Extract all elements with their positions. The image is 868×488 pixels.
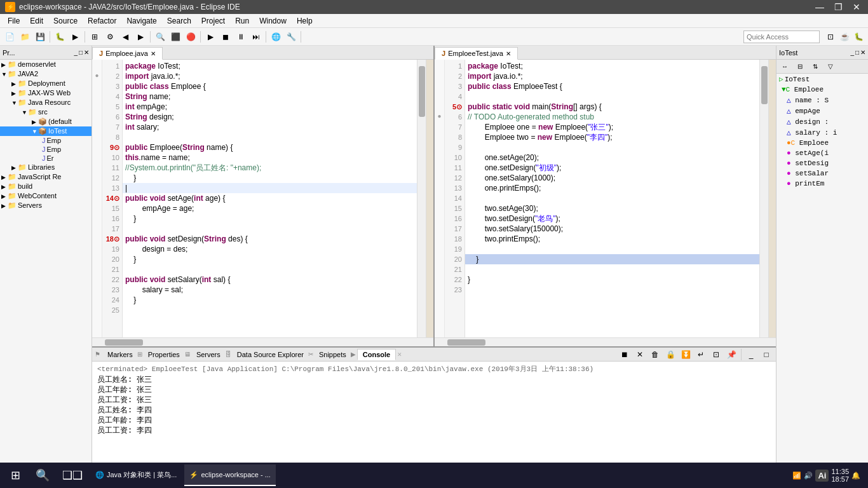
tree-item-demoservlet[interactable]: ▶📁demoservlet: [0, 60, 92, 69]
menu-refactor[interactable]: Refactor: [83, 15, 121, 27]
task-search-btn[interactable]: 🔍: [31, 464, 55, 487]
menu-help[interactable]: Help: [292, 15, 318, 27]
menu-file[interactable]: File: [3, 15, 25, 27]
left-editor-scrollbar[interactable]: [417, 60, 426, 337]
menu-run[interactable]: Run: [230, 15, 254, 27]
tree-item-javasrc[interactable]: ▼📁Java Resourc: [0, 98, 92, 107]
right-horiz-thumb[interactable]: [447, 339, 485, 346]
console-word-wrap-btn[interactable]: ↵: [694, 348, 708, 362]
outline-sort-btn[interactable]: ⇅: [808, 60, 822, 74]
tab-emploee-java[interactable]: J Emploee.java ✕: [92, 47, 163, 60]
console-pin-btn[interactable]: 📌: [724, 348, 738, 362]
pkg-minimize-button[interactable]: _: [74, 49, 78, 56]
console-close-tab[interactable]: ✕: [397, 351, 402, 358]
console-scroll-lock-btn[interactable]: 🔒: [663, 348, 677, 362]
tab-markers[interactable]: Markers: [103, 349, 137, 360]
tab-snippets[interactable]: Snippets: [315, 349, 351, 360]
tab-servers[interactable]: Servers: [192, 349, 225, 360]
tree-item-er[interactable]: JEr: [0, 154, 92, 163]
toolbar-btn-10[interactable]: ◼: [219, 30, 233, 44]
outline-emploee-class[interactable]: ▷IoTest: [776, 74, 868, 85]
tree-item-build[interactable]: ▶📁build: [0, 182, 92, 191]
perspective-button[interactable]: ⊞: [88, 30, 102, 44]
right-scrollbar-thumb[interactable]: [761, 66, 768, 104]
close-button[interactable]: ✕: [850, 2, 863, 12]
console-remove-btn[interactable]: ✕: [633, 348, 647, 362]
tree-item-jaxws[interactable]: ▶📁JAX-WS Web: [0, 88, 92, 98]
new-button[interactable]: 📄: [3, 30, 17, 44]
outline-field-design[interactable]: △ design :: [776, 116, 868, 127]
toolbar-btn-13[interactable]: 🌐: [269, 30, 283, 44]
menu-window[interactable]: Window: [254, 15, 292, 27]
tree-item-libraries[interactable]: ▶📁Libraries: [0, 163, 92, 172]
console-scroll-end-btn[interactable]: ⏬: [679, 348, 693, 362]
tab-properties[interactable]: Properties: [144, 349, 184, 360]
outline-field-empage[interactable]: △ empAge: [776, 105, 868, 116]
start-button[interactable]: ⊞: [3, 464, 28, 487]
left-horiz-thumb[interactable]: [105, 339, 143, 346]
java-perspective[interactable]: ☕: [837, 30, 851, 44]
open-button[interactable]: 📁: [18, 30, 32, 44]
tree-item-iotest[interactable]: ▼📦IoTest: [0, 126, 92, 136]
outline-filter-btn[interactable]: ▽: [824, 60, 837, 74]
outline-method-printemps[interactable]: ● printEm: [776, 179, 868, 189]
left-scrollbar-thumb[interactable]: [419, 66, 425, 117]
run-button[interactable]: ▶: [68, 30, 82, 44]
tree-item-java2[interactable]: ▼📁JAVA2: [0, 69, 92, 79]
outline-minimize-btn[interactable]: _: [850, 49, 854, 56]
ai-label[interactable]: Ai: [815, 470, 829, 482]
outline-close-btn[interactable]: ✕: [860, 49, 865, 56]
outline-field-name[interactable]: △ name : S: [776, 95, 868, 105]
toolbar-btn-14[interactable]: 🔧: [284, 30, 298, 44]
menu-edit[interactable]: Edit: [25, 15, 48, 27]
toolbar-btn-9[interactable]: ▶: [203, 30, 217, 44]
console-stop-btn[interactable]: ⏹: [618, 348, 632, 362]
debug-button[interactable]: 🐛: [53, 30, 67, 44]
outline-emploee-expand[interactable]: ▼C Emploee: [776, 85, 868, 95]
pkg-close-button[interactable]: ✕: [84, 49, 89, 56]
console-clear-btn[interactable]: 🗑: [648, 348, 662, 362]
maximize-button[interactable]: ❐: [832, 2, 845, 12]
menu-search[interactable]: Search: [162, 15, 196, 27]
outline-method-setsalary[interactable]: ● setSalar: [776, 168, 868, 179]
console-open-console-btn[interactable]: ⊡: [709, 348, 723, 362]
outline-method-setage[interactable]: ● setAge(i: [776, 148, 868, 158]
pkg-maximize-button[interactable]: □: [79, 49, 83, 56]
minimize-button[interactable]: —: [813, 2, 827, 12]
outline-method-setdesign[interactable]: ● setDesig: [776, 158, 868, 168]
outline-field-salary[interactable]: △ salary : i: [776, 127, 868, 138]
menu-project[interactable]: Project: [196, 15, 230, 27]
taskbar-item-browser[interactable]: 🌐 Java 对象和类 | 菜鸟...: [90, 464, 182, 486]
quick-access-input[interactable]: [743, 30, 820, 43]
toolbar-btn-6[interactable]: 🔍: [153, 30, 167, 44]
outline-sync-btn[interactable]: ↔: [778, 60, 792, 74]
outline-collapse-btn[interactable]: ⊟: [793, 60, 807, 74]
tree-item-emp1[interactable]: JEmp: [0, 136, 92, 145]
toolbar-btn-3[interactable]: ⚙: [103, 30, 117, 44]
save-button[interactable]: 💾: [33, 30, 47, 44]
menu-source[interactable]: Source: [48, 15, 83, 27]
right-editor-scrollbar[interactable]: [759, 60, 768, 337]
tree-item-default[interactable]: ▶📦(default: [0, 117, 92, 126]
right-horiz-scroll[interactable]: [435, 337, 776, 346]
toolbar-btn-8[interactable]: 🔴: [184, 30, 198, 44]
menu-navigate[interactable]: Navigate: [121, 15, 161, 27]
notification-btn[interactable]: 🔔: [851, 471, 860, 480]
tree-item-jsre[interactable]: ▶📁JavaScript Re: [0, 172, 92, 182]
tree-item-emp2[interactable]: JEmp: [0, 145, 92, 154]
tree-item-src[interactable]: ▼📁src: [0, 107, 92, 117]
task-view-btn[interactable]: ❑❑: [57, 464, 88, 487]
debug-perspective[interactable]: 🐛: [851, 30, 865, 44]
code-lines-left[interactable]: package IoTest; import java.io.*; public…: [123, 60, 417, 337]
toolbar-btn-11[interactable]: ⏸: [234, 30, 248, 44]
tab-console[interactable]: Console: [357, 349, 396, 360]
tree-item-deployment[interactable]: ▶📁Deployment: [0, 79, 92, 88]
tab-emploee-close[interactable]: ✕: [151, 50, 156, 57]
toolbar-btn-4[interactable]: ◀: [118, 30, 132, 44]
toolbar-btn-7[interactable]: ⬛: [168, 30, 182, 44]
code-lines-right[interactable]: package IoTest; import java.io.*; public…: [465, 60, 759, 337]
perspectives-toggle[interactable]: ⊡: [824, 30, 837, 44]
outline-constructor[interactable]: ●C Emploee: [776, 138, 868, 148]
console-minimize-btn[interactable]: _: [744, 348, 758, 362]
tab-emploeetest-java[interactable]: J EmploeeTest.java ✕: [435, 47, 518, 60]
